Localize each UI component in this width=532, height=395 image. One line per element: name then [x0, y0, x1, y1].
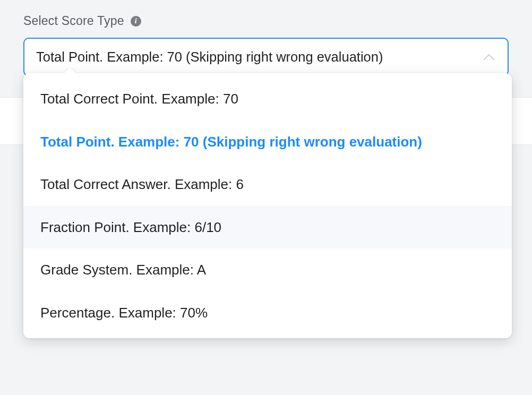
option-label: Percentage. Example: 70% [40, 305, 208, 321]
option-label: Fraction Point. Example: 6/10 [40, 219, 221, 235]
field-label: Select Score Type [23, 14, 124, 28]
score-type-option[interactable]: Grade System. Example: A [23, 248, 512, 291]
field-label-row: Select Score Type i [23, 14, 509, 28]
score-type-dropdown[interactable]: Total Correct Point. Example: 70Total Po… [23, 73, 512, 338]
option-label: Total Correct Point. Example: 70 [40, 91, 238, 107]
score-type-option[interactable]: Fraction Point. Example: 6/10 [23, 206, 512, 249]
score-type-option[interactable]: Total Correct Point. Example: 70 [23, 78, 512, 121]
option-label: Total Point. Example: 70 (Skipping right… [40, 134, 422, 150]
select-value: Total Point. Example: 70 (Skipping right… [36, 49, 383, 65]
option-label: Grade System. Example: A [40, 262, 206, 278]
score-type-option[interactable]: Percentage. Example: 70% [23, 291, 512, 334]
score-type-option[interactable]: Total Correct Answer. Example: 6 [23, 163, 512, 206]
form-section: Select Score Type i Total Point. Example… [0, 0, 532, 76]
option-label: Total Correct Answer. Example: 6 [40, 176, 244, 192]
info-icon[interactable]: i [131, 16, 141, 27]
dropdown-arrow-icon [65, 68, 75, 73]
score-type-option[interactable]: Total Point. Example: 70 (Skipping right… [23, 121, 512, 164]
chevron-up-icon [483, 54, 495, 61]
score-type-select[interactable]: Total Point. Example: 70 (Skipping right… [23, 38, 509, 76]
